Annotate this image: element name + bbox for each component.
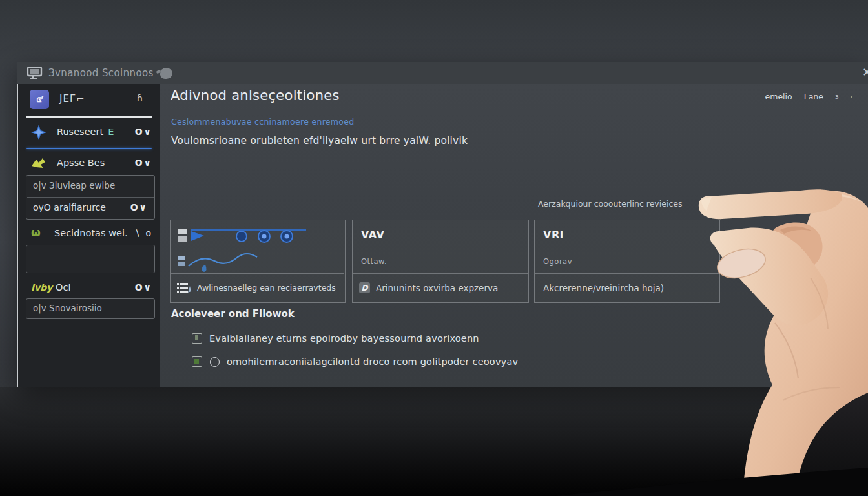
card-footer: Awlinesnaelleg ean reciaerravteds [170, 274, 345, 302]
card-footer-text: Arinunints oxvirba expzerva [376, 283, 498, 293]
card-title: VRl [543, 229, 564, 241]
page-title: Adivnod anlseçeoltiones [170, 88, 340, 103]
chevron-toggle-icon[interactable]: O∨ [135, 127, 152, 137]
sketch-curve-icon [177, 252, 267, 273]
desk-shadow [0, 387, 868, 496]
sidebar-item-snovairosiio[interactable]: o|v Snovairosiio [26, 298, 155, 319]
sidebar-item-label: Apsse Bes [57, 158, 105, 168]
sidebar-item-label: Ruseseert [57, 127, 103, 137]
plus-star-icon [31, 125, 46, 140]
card-diagram-top [170, 220, 345, 251]
card-footer-text: Akcrerenne/vreinircha hoja) [543, 283, 664, 293]
card-title: VAV [361, 229, 384, 241]
search-input[interactable]: ЈЕГ⌐ [59, 93, 85, 105]
edge-glyph-icon: ⌐ [851, 92, 856, 101]
sidebar-group-box: o|v Зluvleap ewlbe oyO aralfiarurce O∨ [26, 175, 155, 220]
card-footer: D Arinunints oxvirba expzerva [353, 274, 528, 302]
card-subtitle: Ottaw. [361, 257, 387, 266]
sidebar-item-label: oyO aralfiarurce [33, 202, 106, 212]
sidebar-item-apsse[interactable]: Apsse Bes O∨ [18, 155, 161, 174]
settings-link[interactable]: Ceslommenabuvae ccninamoere enremoed [171, 117, 354, 127]
sidebar-item-aralfiarurce[interactable]: oyO aralfiarurce O∨ [26, 198, 154, 219]
sidebar-item-trail[interactable]: ∖ o [134, 228, 152, 238]
checkbox-icon[interactable] [192, 333, 202, 344]
card-footer-text: Awlinesnaelleg ean reciaerravteds [197, 283, 336, 293]
sidebar-item-label: o|v Зluvleap ewlbe [33, 180, 115, 191]
section-divider [170, 191, 749, 191]
card-mid: Ottaw. [353, 251, 528, 273]
header-actions: emelio Lane ɜ ⌐ [765, 92, 856, 101]
sidebar-item-label: Ocl [56, 282, 70, 293]
close-icon[interactable]: ✕ [862, 65, 868, 79]
active-item-underline [26, 148, 152, 149]
cursor-flash-icon [31, 157, 46, 172]
ivby-icon: Ivby [31, 282, 52, 298]
chevron-toggle-icon[interactable]: O∨ [130, 202, 148, 212]
device-card-vrl[interactable]: VRl Ogorav Akcrerenne/vreinircha hoja) [534, 220, 720, 303]
chevron-toggle-icon[interactable]: O∨ [135, 282, 152, 293]
radio-circle-icon[interactable] [210, 357, 220, 367]
device-card-diagram[interactable]: Awlinesnaelleg ean reciaerravteds [170, 220, 346, 303]
main-panel: Adivnod anlseçeoltiones emelio Lane ɜ ⌐ … [160, 84, 868, 387]
sidebar-item-jluvleap[interactable]: o|v Зluvleap ewlbe [26, 176, 154, 197]
window-title: Зvnanood Scoinnoos [48, 67, 154, 79]
card-diagram-mid [170, 251, 345, 273]
sidebar-item-label: Secidnotas wei. [54, 228, 128, 238]
cards-caption: Aerzakquiour cooouterlinc revieices [538, 199, 682, 209]
checkbox-icon[interactable] [192, 356, 202, 367]
sidebar-item-suffix: E [108, 127, 114, 137]
action-lane[interactable]: Lane [804, 92, 823, 101]
sidebar-item-ruseseert[interactable]: RuseseertE O∨ [18, 124, 161, 143]
app-tile-icon[interactable]: ៤ [30, 90, 49, 109]
settings-window: Зvnanood Scoinnoos ✕ ៤ ЈЕГ⌐ ɦ RuseseertE… [17, 62, 868, 387]
sidebar-item-label: o|v Snovairosiio [33, 303, 102, 313]
checkbox-row-2[interactable]: omohilemraconiialagcilontd droco rcom go… [192, 355, 518, 369]
device-card-vav[interactable]: VAV Ottaw. D Arinunints oxvirba expzerva [352, 220, 529, 303]
action-emelio[interactable]: emelio [765, 92, 792, 101]
intro-text: Voulomsrioane orubleten efd'ilyaelw urt … [171, 135, 468, 147]
card-top: VRl [535, 220, 719, 251]
sidebar-item-ocl[interactable]: Ivby Ocl O∨ [18, 280, 161, 299]
checkbox-row-1[interactable]: Evaiblailaney eturns epoirodby bayessour… [192, 331, 479, 346]
sidebar-empty-box[interactable] [26, 245, 155, 273]
list-pen-icon [177, 282, 191, 294]
window-titlebar[interactable]: Зvnanood Scoinnoos ✕ [17, 62, 868, 85]
card-footer: Akcrerenne/vreinircha hoja) [535, 274, 719, 302]
wave-icon: ω [31, 226, 46, 242]
search-icon[interactable]: ɦ [137, 93, 143, 103]
checkbox-label: omohilemraconiialagcilontd droco rcom go… [227, 356, 518, 367]
card-top: VAV [353, 220, 528, 251]
sidebar-divider [26, 116, 152, 118]
section-title: Acoleveer ond Fliowok [171, 308, 294, 320]
chevron-toggle-icon[interactable]: O∨ [135, 158, 152, 168]
monitor-icon [27, 67, 43, 79]
d-badge-icon: D [359, 282, 370, 293]
sidebar-item-secidnotas[interactable]: ω Secidnotas wei. ∖ o [18, 225, 161, 245]
sidebar: ៤ ЈЕГ⌐ ɦ RuseseertE O∨ Apsse Bes O∨ o|v … [17, 84, 161, 387]
titlebar-toggle-icon[interactable] [160, 68, 172, 79]
action-glyph-icon[interactable]: ɜ [835, 92, 839, 101]
checkbox-label: Evaiblailaney eturns epoirodby bayessour… [209, 333, 479, 344]
card-subtitle: Ogorav [543, 257, 572, 266]
network-diagram-icon [177, 227, 332, 246]
card-mid: Ogorav [535, 251, 719, 273]
